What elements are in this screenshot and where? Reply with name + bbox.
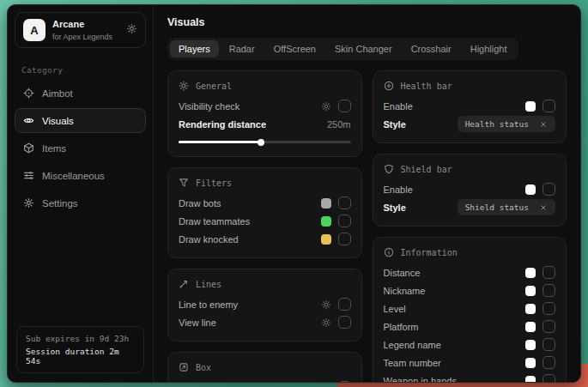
setting-row-draw-bots: Draw bots xyxy=(179,194,351,212)
checkbox[interactable] xyxy=(543,356,555,369)
crosshair-icon xyxy=(23,88,34,99)
checkbox[interactable] xyxy=(338,298,351,311)
left-column: GeneralVisibility checkRendering distanc… xyxy=(167,70,362,382)
color-swatch[interactable] xyxy=(321,198,331,209)
setting-label: Enable xyxy=(384,101,413,112)
setting-controls: Shield status xyxy=(458,199,555,215)
checkbox[interactable] xyxy=(338,381,351,382)
checkbox[interactable] xyxy=(543,100,555,112)
info-icon xyxy=(384,247,394,257)
checkbox[interactable] xyxy=(543,374,555,382)
style-select-value: Health status xyxy=(465,119,529,129)
right-column: Health barEnableStyleHealth statusShield… xyxy=(373,70,567,382)
tab-highlight[interactable]: Highlight xyxy=(462,40,516,57)
card-health-bar: Health barEnableStyleHealth status xyxy=(373,70,567,143)
tab-players[interactable]: Players xyxy=(170,40,219,57)
checkbox[interactable] xyxy=(338,215,351,227)
sidebar-item-label: Aimbot xyxy=(42,88,73,99)
sidebar-item-label: Settings xyxy=(42,198,78,209)
checkbox[interactable] xyxy=(543,183,555,196)
color-swatch[interactable] xyxy=(525,184,536,195)
slider-rendering-distance[interactable] xyxy=(179,141,351,143)
setting-controls xyxy=(321,197,351,209)
checkbox[interactable] xyxy=(543,284,555,297)
checkbox[interactable] xyxy=(338,316,351,329)
setting-controls xyxy=(321,298,351,311)
checkbox[interactable] xyxy=(338,197,351,209)
app-subtitle: for Apex Legends xyxy=(52,33,112,41)
card-header: Lines xyxy=(179,279,351,289)
row-config-gear-icon[interactable] xyxy=(321,299,331,310)
card-lines: LinesLine to enemyView line xyxy=(167,269,362,342)
setting-controls xyxy=(525,183,555,196)
app-settings-button[interactable] xyxy=(126,22,137,38)
checkbox[interactable] xyxy=(543,338,555,351)
setting-row-weapon-in-hands: Weapon in hands xyxy=(384,372,556,382)
sliders-icon xyxy=(23,170,34,181)
color-swatch[interactable] xyxy=(525,286,536,296)
sidebar-item-settings[interactable]: Settings xyxy=(15,190,146,215)
card-header: Information xyxy=(384,247,556,257)
setting-label: Visibility check xyxy=(179,101,239,112)
color-swatch[interactable] xyxy=(321,216,331,227)
setting-row-enable: Enable xyxy=(384,180,556,198)
diagonal-line-icon xyxy=(179,279,189,289)
checkbox[interactable] xyxy=(543,266,555,279)
health-icon xyxy=(384,81,394,91)
card-filters: FiltersDraw botsDraw teammatesDraw knock… xyxy=(167,167,362,258)
color-swatch[interactable] xyxy=(525,340,536,350)
color-swatch[interactable] xyxy=(525,268,536,278)
card-box: BoxEnableEnable background xyxy=(167,352,362,382)
setting-row-level: Level xyxy=(384,299,556,317)
checkbox[interactable] xyxy=(338,233,351,245)
sidebar-item-visuals[interactable]: Visuals xyxy=(15,108,146,133)
checkbox[interactable] xyxy=(543,320,555,333)
card-title: Information xyxy=(401,248,458,257)
color-swatch[interactable] xyxy=(525,376,536,383)
card-general: GeneralVisibility checkRendering distanc… xyxy=(167,70,362,157)
color-swatch[interactable] xyxy=(525,101,536,112)
setting-controls xyxy=(525,284,555,297)
row-config-gear-icon[interactable] xyxy=(321,317,331,328)
setting-controls xyxy=(525,266,555,279)
color-swatch[interactable] xyxy=(321,234,331,245)
row-config-gear-icon[interactable] xyxy=(321,101,331,112)
app-header-card: A Arcane for Apex Legends xyxy=(15,12,146,48)
style-clear-icon[interactable] xyxy=(539,120,548,129)
card-header: Health bar xyxy=(384,81,556,91)
app-logo: A xyxy=(23,19,45,41)
setting-controls xyxy=(525,374,555,382)
setting-controls xyxy=(321,316,351,329)
color-swatch[interactable] xyxy=(525,358,536,368)
setting-controls xyxy=(525,302,555,315)
setting-label: View line xyxy=(179,317,216,328)
setting-row-view-line: View line xyxy=(179,313,351,331)
card-title: General xyxy=(196,82,232,91)
style-select[interactable]: Health status xyxy=(458,116,555,132)
checkbox[interactable] xyxy=(338,100,351,112)
setting-value: 250m xyxy=(327,119,351,130)
tab-crosshair[interactable]: Crosshair xyxy=(403,40,460,57)
color-swatch[interactable] xyxy=(525,322,536,332)
card-header: Filters xyxy=(179,178,351,188)
slider-thumb[interactable] xyxy=(258,139,264,146)
tab-radar[interactable]: Radar xyxy=(221,40,264,57)
sidebar-item-items[interactable]: Items xyxy=(15,136,146,160)
color-swatch[interactable] xyxy=(525,304,536,314)
sidebar-item-label: Miscellaneous xyxy=(42,171,105,181)
tab-offscreen[interactable]: OffScreen xyxy=(265,40,324,57)
setting-controls xyxy=(525,338,555,351)
card-title: Box xyxy=(196,363,211,372)
tab-skin-changer[interactable]: Skin Changer xyxy=(326,40,401,57)
style-select[interactable]: Shield status xyxy=(458,199,555,215)
style-clear-icon[interactable] xyxy=(539,203,548,212)
eye-icon xyxy=(23,115,34,126)
checkbox[interactable] xyxy=(543,302,555,315)
sidebar-item-aimbot[interactable]: Aimbot xyxy=(15,81,146,106)
sidebar-item-miscellaneous[interactable]: Miscellaneous xyxy=(15,163,146,188)
setting-row-enable: Enable xyxy=(179,378,351,382)
funnel-icon xyxy=(179,178,189,188)
session-duration-text: Session duration 2m 54s xyxy=(26,347,135,366)
setting-row-rendering-distance: Rendering distance250m xyxy=(179,115,351,133)
setting-row-legend-name: Legend name xyxy=(384,336,556,354)
